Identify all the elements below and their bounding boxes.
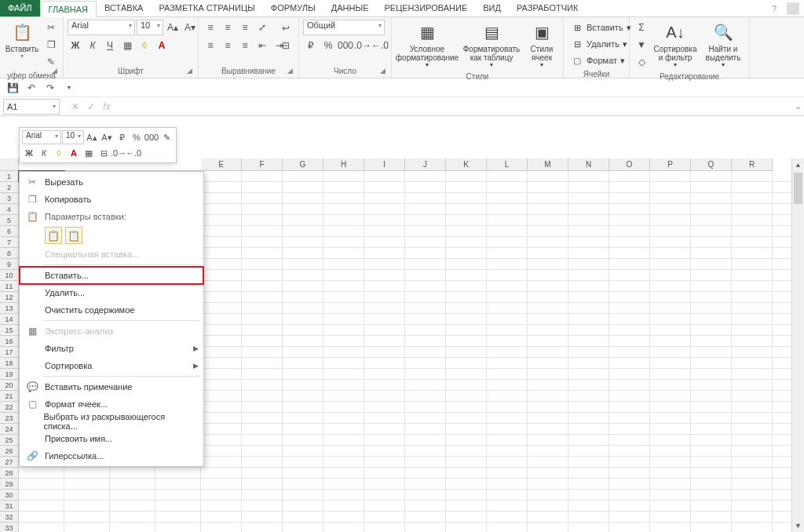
cell[interactable] [323,501,364,512]
sort-filter-button[interactable]: A↓ Сортировка и фильтр▾ [652,20,698,71]
cell[interactable] [201,215,242,226]
cell[interactable] [691,193,732,204]
vertical-scrollbar[interactable]: ▲ ▼ [791,159,804,532]
cell[interactable] [242,446,283,457]
cell[interactable] [19,490,64,501]
cell[interactable] [242,457,283,468]
cell[interactable] [64,523,110,532]
number-format-combo[interactable]: Общий [303,20,385,35]
cell[interactable] [283,171,323,182]
cell[interactable] [691,479,732,490]
cell[interactable] [487,347,528,358]
cell[interactable] [323,336,364,347]
tab-file[interactable]: ФАЙЛ [0,0,40,16]
cell[interactable] [487,292,528,303]
ctx-insert[interactable]: Вставить... [20,267,203,284]
expand-formula-bar-button[interactable]: ⌄ [791,101,804,111]
cell[interactable] [405,501,446,512]
cell[interactable] [323,182,364,193]
cell[interactable] [201,523,242,532]
cell[interactable] [155,479,201,490]
cell[interactable] [487,413,528,424]
cell[interactable] [650,391,691,402]
cell[interactable] [487,523,528,532]
cell[interactable] [650,182,691,193]
align-middle-button[interactable]: ≡ [220,20,236,35]
cell[interactable] [405,391,446,402]
mini-fill-color[interactable]: ◊ [52,146,66,160]
cell[interactable] [242,270,283,281]
percent-format-button[interactable]: % [320,38,336,53]
cell[interactable] [732,292,773,303]
cell[interactable] [242,259,283,270]
cell[interactable] [528,468,568,479]
cell[interactable] [323,391,364,402]
cell[interactable] [650,490,691,501]
cell[interactable] [568,358,609,369]
cell[interactable] [283,468,323,479]
cell[interactable] [650,292,691,303]
cell[interactable] [201,270,242,281]
cell[interactable] [528,402,568,413]
cell[interactable] [732,424,773,435]
cell[interactable] [242,248,283,259]
cell[interactable] [609,479,650,490]
cell[interactable] [691,347,732,358]
mini-inc-decimal[interactable]: .0→ [111,146,126,160]
cell[interactable] [242,171,283,182]
cell[interactable] [283,248,323,259]
cell[interactable] [568,424,609,435]
cell[interactable] [364,402,405,413]
mini-bold[interactable]: Ж [22,146,36,160]
cell[interactable] [732,215,773,226]
cell[interactable] [568,380,609,391]
cell[interactable] [487,270,528,281]
cell[interactable] [609,457,650,468]
ctx-format-cells[interactable]: ▢Формат ячеек... [20,395,203,413]
col-header[interactable]: N [568,159,609,171]
cell[interactable] [732,446,773,457]
cell[interactable] [364,501,405,512]
cell[interactable] [283,270,323,281]
cell[interactable] [446,204,487,215]
orientation-button[interactable]: ⤢ [254,20,270,35]
cell[interactable] [609,501,650,512]
cell[interactable] [691,171,732,182]
cell[interactable] [201,391,242,402]
cell[interactable] [732,468,773,479]
cell[interactable] [364,490,405,501]
row-header[interactable]: 33 [0,523,19,532]
cell[interactable] [568,512,609,523]
cell[interactable] [650,358,691,369]
col-header[interactable]: F [242,159,283,171]
cell[interactable] [283,204,323,215]
cell[interactable] [650,270,691,281]
cell[interactable] [446,413,487,424]
cell[interactable] [323,325,364,336]
cell[interactable] [283,336,323,347]
cell[interactable] [487,424,528,435]
cell[interactable] [650,193,691,204]
cell[interactable] [446,369,487,380]
cell[interactable] [110,468,155,479]
col-header[interactable]: E [201,159,242,171]
cell[interactable] [364,325,405,336]
cell[interactable] [609,314,650,325]
cell[interactable] [732,259,773,270]
cell[interactable] [691,523,732,532]
scroll-up-icon[interactable]: ▲ [792,159,804,171]
fill-button[interactable]: ▼ [634,37,649,53]
cell[interactable] [609,193,650,204]
cell[interactable] [323,226,364,237]
cell[interactable] [446,325,487,336]
row-header[interactable]: 21 [0,391,19,402]
cell[interactable] [691,281,732,292]
cell[interactable] [110,523,155,532]
cell[interactable] [568,237,609,248]
cell[interactable] [364,391,405,402]
cell[interactable] [283,226,323,237]
cell[interactable] [283,402,323,413]
cell[interactable] [691,402,732,413]
cell[interactable] [201,457,242,468]
row-header[interactable]: 2 [0,182,19,193]
